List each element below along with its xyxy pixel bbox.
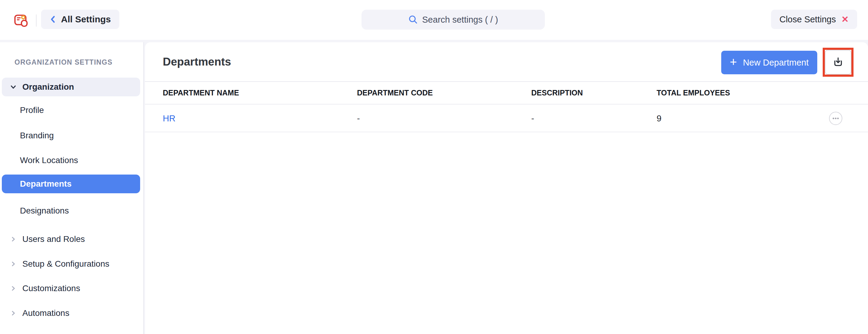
sidebar-item-label: Profile xyxy=(20,105,44,115)
sidebar-group-automations[interactable]: Automations xyxy=(2,304,140,323)
sidebar-item-label: Departments xyxy=(20,179,71,189)
column-header-department-name: DEPARTMENT NAME xyxy=(163,89,357,97)
sidebar-group-customizations[interactable]: Customizations xyxy=(2,279,140,298)
chevron-right-icon xyxy=(10,285,17,292)
sidebar-item-designations[interactable]: Designations xyxy=(2,202,140,220)
close-x-icon: ✕ xyxy=(841,15,849,24)
import-departments-button[interactable] xyxy=(825,50,851,74)
sidebar-item-label: Designations xyxy=(20,206,69,216)
sidebar-group-label: Users and Roles xyxy=(22,234,85,244)
sidebar-group-setup-configurations[interactable]: Setup & Configurations xyxy=(2,254,140,273)
app-logo-icon xyxy=(14,13,28,27)
page-title: Departments xyxy=(163,56,231,68)
column-header-description: DESCRIPTION xyxy=(531,89,657,97)
close-settings-button[interactable]: Close Settings ✕ xyxy=(771,10,857,29)
chevron-down-icon xyxy=(10,83,17,91)
search-icon xyxy=(408,15,418,25)
sidebar-item-label: Branding xyxy=(20,131,54,141)
search-placeholder-text: Search settings ( / ) xyxy=(422,15,498,25)
annotation-highlight-box xyxy=(823,48,854,77)
sidebar-item-profile[interactable]: Profile xyxy=(2,101,140,120)
plus-icon: + xyxy=(730,56,737,68)
sidebar-group-label: Setup & Configurations xyxy=(22,259,109,269)
sidebar-item-work-locations[interactable]: Work Locations xyxy=(2,151,140,170)
sidebar-section-label: ORGANIZATION SETTINGS xyxy=(14,58,113,66)
search-settings-input[interactable]: Search settings ( / ) xyxy=(362,10,545,30)
settings-sidebar: ORGANIZATION SETTINGS Organization Profi… xyxy=(0,42,144,334)
sidebar-group-label: Organization xyxy=(22,82,74,92)
chevron-right-icon xyxy=(10,261,17,267)
column-header-total-employees: TOTAL EMPLOYEES xyxy=(657,89,868,97)
sidebar-item-departments[interactable]: Departments xyxy=(2,175,140,193)
sidebar-item-label: Work Locations xyxy=(20,155,78,165)
new-department-label: New Department xyxy=(743,58,809,68)
row-actions-button[interactable] xyxy=(829,112,843,125)
sidebar-item-branding[interactable]: Branding xyxy=(2,126,140,145)
department-code-cell: - xyxy=(357,114,531,123)
all-settings-back-button[interactable]: All Settings xyxy=(41,10,119,29)
sidebar-group-users-and-roles[interactable]: Users and Roles xyxy=(2,230,140,248)
close-settings-label: Close Settings xyxy=(779,14,836,25)
column-header-department-code: DEPARTMENT CODE xyxy=(357,89,531,97)
ellipsis-icon xyxy=(829,112,843,125)
top-bar: All Settings Search settings ( / ) Close… xyxy=(0,0,868,40)
description-cell: - xyxy=(531,114,657,123)
departments-panel: Departments + New Department DEPARTMENT … xyxy=(145,42,868,334)
department-name-link[interactable]: HR xyxy=(163,114,357,123)
import-download-icon xyxy=(832,56,844,68)
departments-table-header: DEPARTMENT NAME DEPARTMENT CODE DESCRIPT… xyxy=(145,81,868,104)
chevron-right-icon xyxy=(10,236,17,243)
chevron-left-icon xyxy=(50,15,56,24)
sidebar-group-label: Automations xyxy=(22,308,69,318)
table-row: HR - - 9 xyxy=(145,105,868,132)
chevron-right-icon xyxy=(10,310,17,316)
sidebar-group-organization[interactable]: Organization xyxy=(2,78,140,96)
new-department-button[interactable]: + New Department xyxy=(721,51,817,74)
topbar-divider xyxy=(36,14,36,27)
all-settings-label: All Settings xyxy=(61,14,111,25)
sidebar-group-label: Customizations xyxy=(22,283,80,293)
